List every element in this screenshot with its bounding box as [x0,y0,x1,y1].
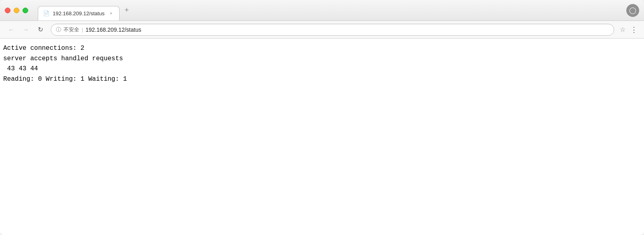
browser-window: 📄 192.168.209.12/status × + ◯ ← → ↻ ⓘ [0,0,644,235]
active-tab[interactable]: 📄 192.168.209.12/status × [38,6,120,20]
forward-icon: → [23,26,29,33]
tab-label: 192.168.209.12/status [53,10,105,16]
tab-close-button[interactable]: × [108,10,114,16]
more-options-button[interactable]: ⋮ [629,25,639,34]
status-line1: Active connections: 2 [3,45,85,52]
security-label: 不安全 [64,26,79,33]
back-button[interactable]: ← [5,23,18,36]
status-line2: server accepts handled requests [3,55,123,62]
profile-icon: ◯ [629,6,636,14]
address-divider: | [82,27,83,33]
titlebar: 📄 192.168.209.12/status × + ◯ [0,0,644,21]
address-input[interactable] [85,27,609,33]
minimize-window-button[interactable] [14,8,19,13]
page-content: Active connections: 2 server accepts han… [0,39,644,235]
status-line3: 43 43 44 [3,65,38,72]
reload-icon: ↻ [38,26,43,33]
status-text: Active connections: 2 server accepts han… [3,43,641,84]
back-icon: ← [8,26,14,33]
maximize-window-button[interactable] [23,8,28,13]
new-tab-button[interactable]: + [121,5,132,16]
status-line4: Reading: 0 Writing: 1 Waiting: 1 [3,76,127,83]
traffic-lights [5,8,28,13]
info-icon: ⓘ [56,26,61,33]
bookmark-icon: ☆ [620,26,625,33]
close-window-button[interactable] [5,8,10,13]
bookmark-button[interactable]: ☆ [618,26,627,33]
more-icon: ⋮ [630,26,638,34]
profile-button[interactable]: ◯ [626,4,639,17]
tab-doc-icon: 📄 [43,10,50,16]
forward-button[interactable]: → [19,23,32,36]
reload-button[interactable]: ↻ [34,23,47,36]
navbar: ← → ↻ ⓘ 不安全 | ☆ ⋮ [0,21,644,39]
tab-strip: 📄 192.168.209.12/status × + [38,0,623,20]
address-bar[interactable]: ⓘ 不安全 | [51,24,614,36]
